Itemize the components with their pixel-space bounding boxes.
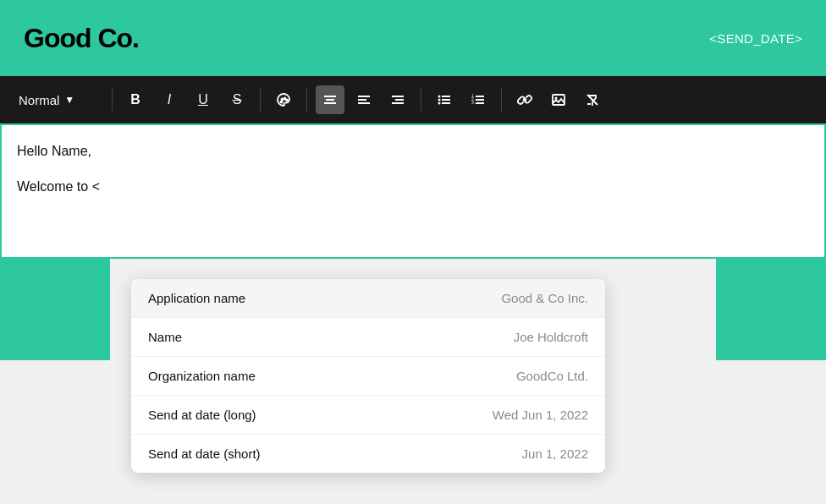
link-icon <box>517 92 532 107</box>
send-date-placeholder: <SEND_DATE> <box>709 31 802 46</box>
dropdown-item-org-name[interactable]: Organization name GoodCo Ltd. <box>131 357 605 396</box>
editor-line-2: Welcome to < <box>17 176 809 198</box>
dropdown-item-value: Wed Jun 1, 2022 <box>493 408 588 422</box>
color-button[interactable] <box>269 85 298 114</box>
dropdown-item-value: Joe Holdcroft <box>514 330 588 344</box>
align-left-icon <box>356 92 372 107</box>
toolbar-divider-2 <box>260 88 261 112</box>
dropdown-item-app-name[interactable]: Application name Good & Co Inc. <box>131 279 605 318</box>
dropdown-item-date-long[interactable]: Send at date (long) Wed Jun 1, 2022 <box>131 396 605 435</box>
unordered-list-icon <box>437 92 452 107</box>
svg-point-2 <box>284 98 286 100</box>
align-left-button[interactable] <box>350 85 378 114</box>
svg-point-1 <box>282 99 284 101</box>
svg-point-13 <box>438 96 441 98</box>
align-right-icon <box>390 92 405 107</box>
logo: Good Co. <box>24 23 139 54</box>
image-button[interactable] <box>544 85 573 114</box>
dropdown-item-label: Name <box>148 330 182 344</box>
ordered-list-button[interactable]: 1. 2. 3. <box>464 85 493 114</box>
toolbar-divider-4 <box>421 88 421 112</box>
teal-right-block <box>716 259 826 360</box>
svg-point-0 <box>281 101 283 103</box>
variable-dropdown[interactable]: Application name Good & Co Inc. Name Joe… <box>131 279 605 473</box>
editor-content: Hello Name, Welcome to < <box>17 140 809 197</box>
remove-format-button[interactable] <box>578 85 607 114</box>
svg-point-17 <box>438 102 441 105</box>
toolbar-divider-5 <box>501 88 502 112</box>
dropdown-item-name[interactable]: Name Joe Holdcroft <box>131 318 605 357</box>
dropdown-item-value: Good & Co Inc. <box>501 291 588 305</box>
unordered-list-button[interactable] <box>430 85 459 114</box>
bold-button[interactable]: B <box>121 85 150 114</box>
align-right-button[interactable] <box>383 85 412 114</box>
header: Good Co. <SEND_DATE> <box>0 0 826 76</box>
ordered-list-icon: 1. 2. 3. <box>471 92 486 107</box>
dropdown-item-label: Send at date (short) <box>148 446 261 461</box>
underline-button[interactable]: U <box>189 85 218 114</box>
dropdown-item-label: Application name <box>148 291 245 305</box>
link-button[interactable] <box>510 85 539 114</box>
dropdown-item-label: Send at date (long) <box>148 408 256 422</box>
align-center-icon <box>322 92 338 107</box>
teal-left-block <box>0 259 110 360</box>
align-center-button[interactable] <box>316 85 344 114</box>
dropdown-item-label: Organization name <box>148 369 256 383</box>
toolbar-divider-1 <box>112 88 113 112</box>
remove-format-icon <box>585 92 600 107</box>
editor-line-1: Hello Name, <box>17 140 809 162</box>
color-icon <box>276 92 291 107</box>
chevron-down-icon: ▼ <box>64 94 74 106</box>
toolbar-divider-3 <box>306 88 307 112</box>
svg-text:3.: 3. <box>471 100 475 105</box>
dropdown-item-value: Jun 1, 2022 <box>522 446 588 461</box>
style-dropdown-label: Normal <box>19 93 59 107</box>
svg-point-3 <box>286 100 288 101</box>
svg-point-15 <box>438 99 441 101</box>
strikethrough-button[interactable]: S <box>223 85 251 114</box>
dropdown-item-date-short[interactable]: Send at date (short) Jun 1, 2022 <box>131 435 605 473</box>
dropdown-item-value: GoodCo Ltd. <box>516 369 588 383</box>
editor-area[interactable]: Hello Name, Welcome to < <box>0 123 826 259</box>
italic-button[interactable]: I <box>155 85 184 114</box>
style-dropdown[interactable]: Normal ▼ <box>10 88 103 112</box>
editor-toolbar: Normal ▼ B I U S <box>0 76 826 123</box>
image-icon <box>551 92 566 107</box>
